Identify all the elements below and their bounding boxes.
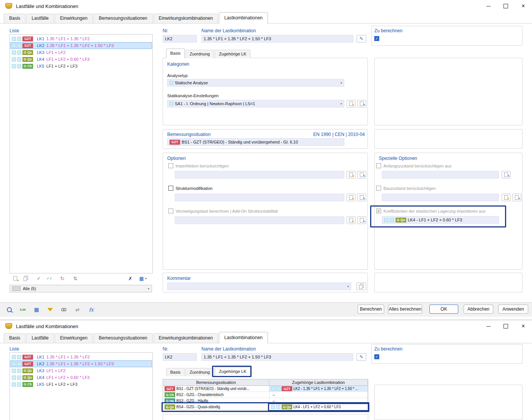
tab-einwirkungen[interactable]: Einwirkungen: [55, 333, 93, 343]
copy-item-icon[interactable]: [21, 274, 31, 283]
tab-einwirkungen[interactable]: Einwirkungen: [55, 14, 93, 23]
tab-detail-zugehoerige-lk[interactable]: Zugehörige LK: [215, 367, 250, 376]
tab-detail-zugehoerige-lk[interactable]: Zugehörige LK: [215, 50, 250, 58]
statik-dropdown[interactable]: SA1 - I. Ordnung | Newton-Raphson | LS=1…: [167, 100, 344, 107]
tab-basis[interactable]: Basis: [4, 333, 25, 343]
bemessung-field[interactable]: GZT BS1 - GZT (STR/GEO) - Ständig und vo…: [167, 138, 344, 146]
table-row-cell[interactable]: --: [269, 398, 368, 404]
anwenden-button[interactable]: Anwenden: [498, 305, 528, 314]
imperfektion-dropdown[interactable]: [175, 171, 344, 178]
tab-bemessungssituationen[interactable]: Bemessungssituationen: [93, 333, 152, 343]
copy-comment-button[interactable]: [356, 283, 366, 290]
analysetyp-dropdown[interactable]: Statische Analyse ▾: [167, 79, 344, 87]
list-item-lk1[interactable]: GZT LK1 1.35 * LF1 + 1.35 * LF2: [10, 35, 152, 42]
compute-checkbox[interactable]: ✓: [374, 354, 379, 359]
tab-lastfaelle[interactable]: Lastfälle: [26, 14, 54, 23]
new-entry-button[interactable]: ★: [347, 216, 356, 224]
delete-icon[interactable]: ✗: [125, 274, 135, 283]
table-row-cell[interactable]: G Qs LK4 - LF1 + LF2 + 0.60 * LF3: [269, 404, 368, 410]
imperfektion-checkbox[interactable]: [168, 163, 173, 168]
kommentar-dropdown[interactable]: ▾: [167, 283, 351, 290]
new-entry-button[interactable]: ★: [502, 194, 511, 201]
name-field[interactable]: 1.35 * LF1 + 1.35 * LF2 + 1.50 * LF3: [201, 35, 353, 43]
swap-icon[interactable]: ⇄: [72, 304, 83, 315]
tab-basis[interactable]: Basis: [4, 14, 25, 23]
function-icon[interactable]: fx: [86, 304, 97, 315]
list-item-lk4[interactable]: G Qs LK4 LF1 + LF2 + 0.60 * LF3: [10, 56, 152, 63]
berechnen-button[interactable]: Berechnen: [358, 305, 384, 314]
maximize-icon[interactable]: [497, 320, 515, 332]
nr-field[interactable]: LK2: [163, 35, 197, 43]
new-entry-button[interactable]: ★: [347, 171, 356, 178]
tab-detail-zuordnung[interactable]: Zuordnung: [185, 50, 214, 58]
tab-lastkombinationen[interactable]: Lastkombinationen: [219, 12, 268, 24]
ok-button[interactable]: OK: [429, 305, 458, 314]
list-item-lk5[interactable]: G Ch LK5 LF1 + LF2 + LF3: [10, 381, 152, 388]
list-item-lk3[interactable]: G Qs LK3 LF1 + LF2: [10, 367, 152, 374]
edit-entry-button[interactable]: ✎: [502, 171, 511, 178]
edit-entry-button[interactable]: ✎: [357, 216, 366, 224]
table-row-cell[interactable]: --: [269, 392, 368, 398]
edit-entry-button[interactable]: ✎: [357, 100, 366, 107]
koeffizienten-dropdown[interactable]: G Qs LK4 - LF1 + LF2 + 0.60 * LF3: [382, 216, 499, 224]
sort-icon[interactable]: ⇅: [70, 274, 80, 283]
table-row-cell[interactable]: GZT LK2 - 1.35 * LF1 + 1.35 * LF2 + 1.50…: [269, 386, 368, 392]
table-settings-icon[interactable]: ▦: [31, 304, 42, 315]
bauzustand-dropdown[interactable]: [382, 194, 499, 201]
anfangszustand-dropdown[interactable]: [382, 171, 499, 178]
nr-field[interactable]: LK2: [163, 353, 197, 361]
verzweigungslast-checkbox[interactable]: [168, 208, 173, 213]
new-entry-button[interactable]: ★: [347, 194, 356, 201]
name-field[interactable]: 1.35 * LF1 + 1.35 * LF2 + 1.50 * LF3: [201, 353, 353, 361]
filter-icon[interactable]: [45, 304, 55, 315]
renumber-icon[interactable]: ↻: [57, 274, 67, 283]
edit-entry-button[interactable]: ✎: [357, 171, 366, 178]
list-filter-dropdown[interactable]: Alle (5) ▾: [10, 285, 152, 292]
list-item-lk5[interactable]: G Ch LK5 LF1 + LF2 + LF3: [10, 63, 152, 69]
rename-button[interactable]: ✎: [356, 353, 366, 361]
minimize-icon[interactable]: [480, 320, 497, 332]
list-item-lk3[interactable]: G Qs LK3 LF1 + LF2: [10, 49, 152, 56]
list-item-lk2[interactable]: GZT LK2 1.35 * LF1 + 1.35 * LF2 + 1.50 *…: [10, 360, 152, 367]
zoom-icon[interactable]: [4, 304, 14, 315]
tab-bemessungssituationen[interactable]: Bemessungssituationen: [93, 14, 152, 23]
check-icon[interactable]: ✓: [34, 274, 44, 283]
edit-entry-button[interactable]: ✎: [357, 194, 366, 201]
close-icon[interactable]: ×: [515, 320, 532, 332]
anfangszustand-checkbox[interactable]: [376, 163, 381, 168]
minimize-icon[interactable]: [480, 0, 497, 12]
tab-detail-basis[interactable]: Basis: [166, 368, 185, 376]
alles-berechnen-button[interactable]: Alles berechnen: [388, 305, 422, 314]
new-item-icon[interactable]: ★: [10, 274, 20, 283]
tab-lastkombinationen[interactable]: Lastkombinationen: [219, 332, 268, 343]
verzweigungslast-dropdown[interactable]: [175, 216, 344, 224]
edit-entry-button[interactable]: ✎: [512, 194, 521, 201]
double-check-icon[interactable]: ✓✓: [44, 274, 54, 283]
rename-button[interactable]: ✎: [356, 35, 366, 43]
abbrechen-button[interactable]: Abbrechen: [464, 305, 493, 314]
table-row-cell[interactable]: G Hä BS3 - GZG - Häufig: [163, 398, 269, 404]
koeffizienten-checkbox[interactable]: ✓: [376, 208, 381, 213]
table-row-cell[interactable]: GZT BS1 - GZT (STR/GEO) - Ständig und vo…: [163, 386, 269, 392]
tab-einwirkungskombinationen[interactable]: Einwirkungskombinationen: [154, 14, 218, 23]
table-row-cell[interactable]: G Ch BS2 - GZG - Charakteristisch: [163, 392, 269, 398]
link-icon[interactable]: [59, 304, 69, 315]
list-item-lk2[interactable]: GZT LK2 1.35 * LF1 + 1.35 * LF2 + 1.50 *…: [10, 42, 152, 49]
strukturmodifikation-dropdown[interactable]: [175, 194, 344, 201]
new-entry-button[interactable]: ★: [347, 100, 356, 107]
list-item-lk4[interactable]: G Qs LK4 LF1 + LF2 + 0.60 * LF3: [10, 374, 152, 381]
compute-checkbox[interactable]: ✓: [374, 36, 379, 41]
bauzustand-checkbox[interactable]: [376, 186, 381, 191]
column-header-kombination[interactable]: Zugehörige Lastkombination: [269, 379, 368, 386]
strukturmodifikation-checkbox[interactable]: [168, 186, 173, 191]
view-mode-icon[interactable]: ▦▾: [135, 274, 150, 283]
list-item-lk1[interactable]: GZT LK1 1.35 * LF1 + 1.35 * LF2: [10, 354, 152, 360]
tab-einwirkungskombinationen[interactable]: Einwirkungskombinationen: [154, 333, 218, 343]
tab-detail-zuordnung[interactable]: Zuordnung: [185, 368, 214, 376]
close-icon[interactable]: ×: [515, 0, 532, 12]
table-row-cell[interactable]: G Qs BS4 - GZG - Quasi-ständig: [163, 404, 269, 410]
decimal-places-icon[interactable]: 0,00: [17, 304, 28, 315]
tab-detail-basis[interactable]: Basis: [166, 49, 185, 58]
maximize-icon[interactable]: [497, 0, 515, 12]
column-header-situation[interactable]: Bemessungssituation: [163, 379, 269, 386]
